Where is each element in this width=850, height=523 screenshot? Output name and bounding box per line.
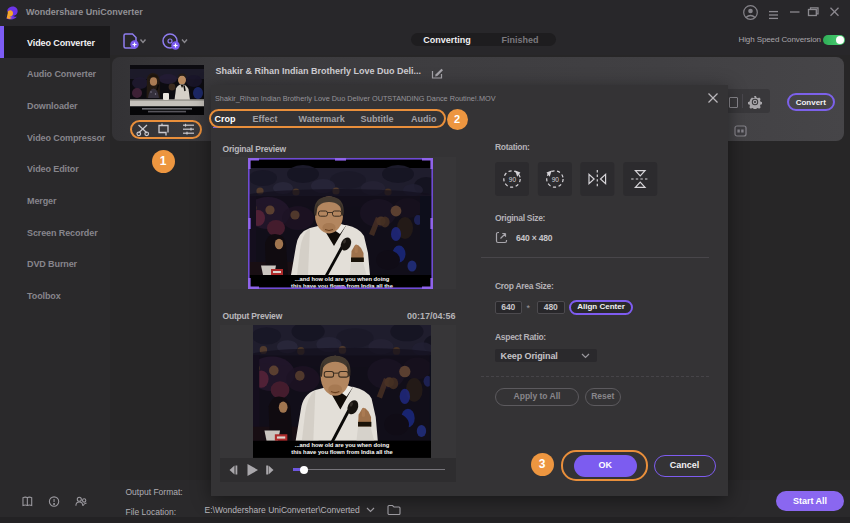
svg-text:...and how old are you when do: ...and how old are you when doing [294,442,389,448]
svg-text:this have you flown from India: this have you flown from India all the [291,449,393,455]
svg-text:...and how old are you when do: ...and how old are you when doing [294,276,389,282]
